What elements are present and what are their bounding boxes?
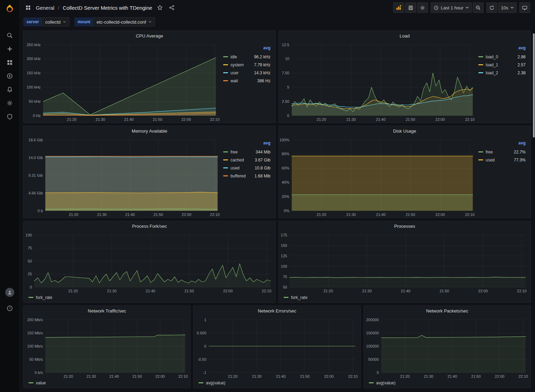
chart-processes[interactable]: 507510012515017521:2021:3021:4021:5022:0… <box>279 232 530 294</box>
refresh-interval-picker[interactable]: 10s <box>498 2 517 13</box>
refresh-icon <box>489 5 494 10</box>
chart-network-packets[interactable]: 05000010000015000020000021:2021:3021:402… <box>364 316 530 380</box>
legend-item-avg(value)[interactable]: avg(value) <box>369 381 396 385</box>
legend-label: wait <box>230 78 238 83</box>
legend-item-wait[interactable]: wait386 Hz <box>223 77 270 85</box>
svg-text:-1: -1 <box>203 370 206 375</box>
legend-item-fork_rate[interactable]: fork_rate <box>284 295 307 300</box>
refresh-interval-label: 10s <box>501 5 508 10</box>
dashboard-settings-button[interactable] <box>417 2 428 13</box>
cycle-view-mode-button[interactable] <box>519 2 530 13</box>
legend-item-used[interactable]: used10.8 Gib <box>223 164 270 172</box>
svg-text:21:30: 21:30 <box>362 289 372 293</box>
legend-label: load_1 <box>486 62 498 67</box>
legend-value: 344 Mib <box>256 150 270 155</box>
sidebar-item-configuration[interactable] <box>3 96 17 110</box>
svg-text:21:20: 21:20 <box>317 212 326 217</box>
legend-label: value <box>36 381 46 385</box>
svg-text:50000: 50000 <box>368 357 379 361</box>
add-panel-button[interactable] <box>393 2 404 13</box>
sidebar-item-server-admin[interactable] <box>3 110 17 123</box>
chart-load[interactable]: 02.5057.501012.521:2021:3021:4021:5022:0… <box>279 41 478 123</box>
svg-text:22:00: 22:00 <box>324 374 334 378</box>
save-dashboard-button[interactable] <box>405 2 416 13</box>
legend-item-user[interactable]: user14.3 kHz <box>223 69 270 77</box>
panel-header[interactable]: Memory Available <box>24 126 275 136</box>
app-root: ? General / CollectD Server Metrics with… <box>0 0 535 392</box>
user-avatar[interactable] <box>5 288 14 297</box>
legend-item-load_2[interactable]: load_22.38 <box>478 69 526 77</box>
panel-network-errors: Network Errors/sec -1-0.5000.500121:2021… <box>193 306 360 388</box>
panel-network-packets: Network Packets/sec 05000010000015000020… <box>364 306 531 388</box>
variable-mount[interactable]: mount etc-collectd-collectd.conf <box>74 17 155 26</box>
legend-network-errors: avg(value) <box>194 380 360 388</box>
zoom-out-button[interactable] <box>473 2 484 13</box>
svg-text:21:40: 21:40 <box>146 289 155 293</box>
legend-item-avg(value)[interactable]: avg(value) <box>198 381 225 385</box>
panel-header[interactable]: Process Fork/sec <box>24 221 275 232</box>
time-range-picker[interactable]: Last 1 hour <box>431 2 472 13</box>
svg-text:21:30: 21:30 <box>346 212 356 217</box>
panel-header[interactable]: CPU Average <box>24 31 275 41</box>
panel-header[interactable]: Processes <box>279 221 530 232</box>
legend-item-used[interactable]: used77.3% <box>478 156 526 164</box>
svg-text:50: 50 <box>28 259 32 263</box>
svg-text:21:50: 21:50 <box>439 289 449 293</box>
chevron-down-icon <box>148 21 152 23</box>
legend-item-idle[interactable]: idle96.2 kHz <box>223 53 270 61</box>
legend-load: avgload_02.86load_12.57load_22.38 <box>478 41 530 123</box>
legend-item-value[interactable]: value <box>29 381 46 385</box>
legend-item-system[interactable]: system7.79 kHz <box>223 61 270 69</box>
svg-text:21:50: 21:50 <box>153 117 162 122</box>
template-variables: server collectd mount etc-collectd-colle… <box>23 17 531 26</box>
legend-item-fork_rate[interactable]: fork_rate <box>29 295 52 300</box>
panel-header[interactable]: Network Traffic/sec <box>24 306 190 316</box>
dashboard-title[interactable]: CollectD Server Metrics with TDengine <box>63 5 152 11</box>
sidebar-item-create[interactable] <box>3 42 17 56</box>
panel-header[interactable]: Load <box>279 31 530 41</box>
panel-processes: Processes 507510012515017521:2021:3021:4… <box>278 221 531 303</box>
svg-text:22:10: 22:10 <box>518 374 528 378</box>
variable-server[interactable]: server collectd <box>23 17 70 26</box>
scrollbar-thumb[interactable] <box>533 33 535 137</box>
legend-item-buffered[interactable]: buffered1.68 Mib <box>223 172 270 180</box>
panel-header[interactable]: Disk Usage <box>279 126 530 136</box>
configuration-gear-icon <box>7 100 13 106</box>
legend-item-cached[interactable]: cached3.67 Gib <box>223 156 270 164</box>
legend-item-free[interactable]: free344 Mib <box>223 148 270 156</box>
sidebar-item-dashboards[interactable] <box>3 56 17 69</box>
chart-network-errors[interactable]: -1-0.5000.500121:2021:3021:4021:5022:002… <box>194 316 360 380</box>
svg-text:22:00: 22:00 <box>478 289 488 293</box>
sidebar-item-help[interactable]: ? <box>3 301 17 315</box>
panel-header[interactable]: Network Packets/sec <box>364 306 530 316</box>
svg-text:21:30: 21:30 <box>346 117 356 122</box>
refresh-button[interactable] <box>486 2 497 13</box>
legend-label: load_0 <box>486 55 498 59</box>
star-button[interactable] <box>156 3 164 12</box>
panel-header[interactable]: Network Errors/sec <box>194 306 360 316</box>
svg-text:75: 75 <box>28 246 32 250</box>
legend-item-load_0[interactable]: load_02.86 <box>478 53 526 61</box>
panel-disk-usage: Disk Usage 0%20%40%60%80%100%21:2021:302… <box>278 126 531 218</box>
svg-text:22:10: 22:10 <box>178 374 188 378</box>
legend-swatch <box>478 56 483 57</box>
legend-item-free[interactable]: free22.7% <box>478 148 526 156</box>
chart-process-fork[interactable]: 025507510021:2021:3021:4021:5022:0022:10 <box>24 232 275 294</box>
svg-text:60%: 60% <box>282 166 289 170</box>
grafana-logo[interactable] <box>4 3 16 15</box>
chart-memory-available[interactable]: 0 b4.66 Gib9.31 Gib14.0 Gib18.6 Gib21:20… <box>24 136 222 218</box>
breadcrumb-folder[interactable]: General <box>36 5 54 11</box>
legend-value: 77.3% <box>514 158 526 162</box>
chart-disk-usage[interactable]: 0%20%40%60%80%100%21:2021:3021:4021:5022… <box>279 136 478 218</box>
share-button[interactable] <box>168 3 176 12</box>
sidebar-item-alerting[interactable] <box>3 83 17 96</box>
svg-text:0: 0 <box>376 370 379 375</box>
chart-cpu-average[interactable]: 0 Hz50 kHz100 kHz150 kHz200 kHz250 kHz21… <box>24 41 222 123</box>
chart-network-traffic[interactable]: 0 b/s50 Mb/s100 Mb/s150 Mb/s200 Mb/s21:2… <box>24 316 190 380</box>
sidebar-item-search[interactable] <box>3 28 17 42</box>
chevron-down-icon <box>510 7 514 9</box>
legend-item-load_1[interactable]: load_12.57 <box>478 61 526 69</box>
chevron-down-icon <box>63 21 66 23</box>
sidebar-item-explore[interactable] <box>3 69 17 83</box>
legend-swatch <box>223 80 228 81</box>
